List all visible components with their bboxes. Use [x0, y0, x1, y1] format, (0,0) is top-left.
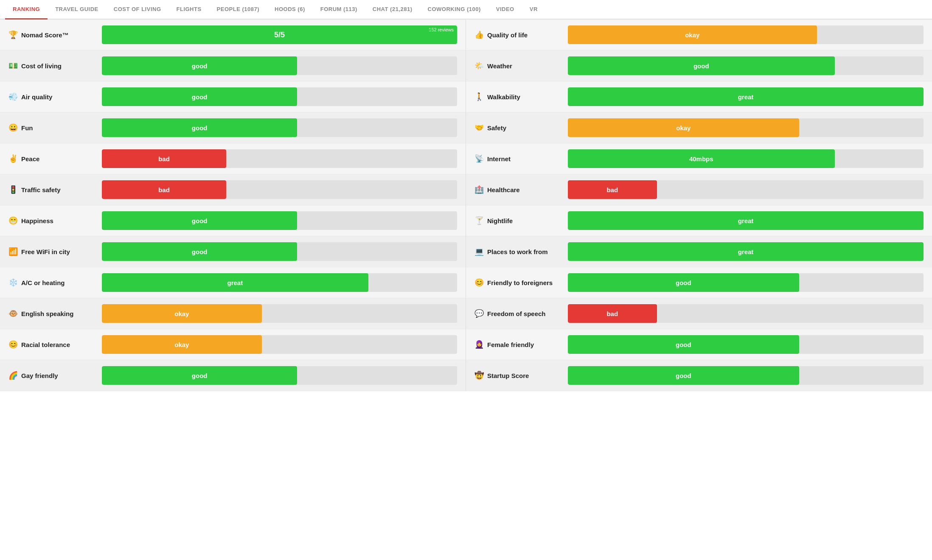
row-label-text: Walkability: [487, 93, 520, 101]
row-label: 📡Internet: [474, 154, 568, 163]
row-label-text: Female friendly: [487, 341, 534, 348]
ranking-row: 💨Air qualitygood: [0, 81, 466, 112]
row-emoji: 💬: [474, 309, 484, 318]
row-label-text: Places to work from: [487, 248, 548, 255]
bar-background: great: [568, 242, 924, 261]
bar-background: 40mbps: [568, 149, 924, 168]
nav-tab-flights[interactable]: FLIGHTS: [169, 0, 209, 20]
row-emoji: 💵: [8, 61, 18, 70]
row-label: 📶Free WiFi in city: [8, 247, 102, 256]
row-label-text: Racial tolerance: [21, 341, 70, 348]
row-label: 🧕Female friendly: [474, 340, 568, 349]
nav-tab-video[interactable]: VIDEO: [488, 0, 522, 20]
ranking-row: 😊Racial toleranceokay: [0, 329, 466, 360]
bar-fill: great: [102, 273, 368, 292]
ranking-row: ✌️Peacebad: [0, 143, 466, 174]
bar-fill: good: [568, 273, 799, 292]
row-label-text: Nomad Score™: [21, 31, 69, 39]
nav-tab-vr[interactable]: VR: [522, 0, 545, 20]
bar-background: good: [568, 273, 924, 292]
row-emoji: 😁: [8, 216, 18, 225]
row-label-text: Weather: [487, 62, 512, 70]
row-label-text: Cost of living: [21, 62, 62, 70]
ranking-row: 😊Friendly to foreignersgood: [466, 267, 932, 298]
row-label-text: Fun: [21, 124, 33, 132]
row-label-text: Gay friendly: [21, 372, 58, 379]
row-label: 💻Places to work from: [474, 247, 568, 256]
nav-tab-chat--21-281-[interactable]: CHAT (21,281): [365, 0, 420, 20]
bar-background: good: [102, 118, 457, 137]
nav-tab-cost-of-living[interactable]: COST OF LIVING: [106, 0, 169, 20]
bar-fill: good: [102, 87, 297, 106]
row-label: 🏆Nomad Score™: [8, 30, 102, 39]
row-label-text: Friendly to foreigners: [487, 279, 553, 286]
bar-fill: 5/5152 reviews: [102, 25, 457, 44]
bar-background: good: [102, 56, 457, 75]
row-label: 🍸Nightlife: [474, 216, 568, 225]
row-label-text: English speaking: [21, 310, 73, 317]
ranking-row: 🌈Gay friendlygood: [0, 360, 466, 391]
row-label-text: Peace: [21, 155, 39, 162]
row-label-text: Safety: [487, 124, 506, 132]
bar-fill: good: [102, 242, 297, 261]
row-emoji: 👍: [474, 30, 484, 39]
nav-tab-people--1087-[interactable]: PEOPLE (1087): [209, 0, 267, 20]
bar-fill: okay: [102, 335, 262, 354]
row-emoji: 💻: [474, 247, 484, 256]
ranking-row: 🤝Safetyokay: [466, 112, 932, 143]
nav-tab-forum--113-[interactable]: FORUM (113): [313, 0, 365, 20]
bar-background: 5/5152 reviews: [102, 25, 457, 44]
bar-fill: good: [102, 211, 297, 230]
row-emoji: 😊: [8, 340, 18, 349]
row-emoji: 📡: [474, 154, 484, 163]
ranking-row: 💻Places to work fromgreat: [466, 236, 932, 267]
row-label-text: Traffic safety: [21, 186, 61, 193]
row-emoji: 📶: [8, 247, 18, 256]
row-emoji: 🤠: [474, 371, 484, 380]
row-label: 😊Friendly to foreigners: [474, 278, 568, 287]
bar-fill: bad: [102, 180, 226, 199]
bar-background: okay: [568, 118, 924, 137]
nav-tabs: RANKINGTRAVEL GUIDECOST OF LIVINGFLIGHTS…: [0, 0, 932, 20]
ranking-row: 🚶Walkabilitygreat: [466, 81, 932, 112]
bar-fill: great: [568, 211, 924, 230]
ranking-row: 😀Fungood: [0, 112, 466, 143]
nav-tab-ranking[interactable]: RANKING: [5, 0, 48, 20]
nav-tab-coworking--100-[interactable]: COWORKING (100): [420, 0, 488, 20]
row-label: 🚶Walkability: [474, 92, 568, 101]
bar-background: okay: [102, 304, 457, 323]
bar-fill: good: [568, 56, 835, 75]
bar-background: okay: [102, 335, 457, 354]
bar-background: bad: [102, 149, 457, 168]
row-emoji: 💨: [8, 92, 18, 101]
row-emoji: 🧕: [474, 340, 484, 349]
bar-background: okay: [568, 25, 924, 44]
row-label-text: Happiness: [21, 217, 53, 224]
right-column: 👍Quality of lifeokay🌤️Weathergood🚶Walkab…: [466, 20, 932, 391]
row-emoji: ✌️: [8, 154, 18, 163]
ranking-row: 💬Freedom of speechbad: [466, 298, 932, 329]
nav-tab-hoods--6-[interactable]: HOODS (6): [267, 0, 313, 20]
row-emoji: 😀: [8, 123, 18, 132]
bar-fill: okay: [102, 304, 262, 323]
left-column: 🏆Nomad Score™5/5152 reviews💵Cost of livi…: [0, 20, 466, 391]
row-emoji: 🐵: [8, 309, 18, 318]
ranking-row: 🌤️Weathergood: [466, 50, 932, 81]
bar-background: good: [568, 335, 924, 354]
ranking-row: 🐵English speakingokay: [0, 298, 466, 329]
bar-background: great: [102, 273, 457, 292]
row-emoji: 🏆: [8, 30, 18, 39]
bar-background: bad: [568, 180, 924, 199]
row-emoji: 🌤️: [474, 61, 484, 70]
bar-fill: good: [102, 56, 297, 75]
row-label: 🐵English speaking: [8, 309, 102, 318]
bar-fill: okay: [568, 25, 817, 44]
ranking-row: 🤠Startup Scoregood: [466, 360, 932, 391]
nav-tab-travel-guide[interactable]: TRAVEL GUIDE: [48, 0, 106, 20]
bar-background: bad: [568, 304, 924, 323]
row-label-text: Freedom of speech: [487, 310, 546, 317]
nomad-reviews: 152 reviews: [429, 27, 454, 32]
row-label: ✌️Peace: [8, 154, 102, 163]
row-label: 🌤️Weather: [474, 61, 568, 70]
ranking-row: ❄️A/C or heatinggreat: [0, 267, 466, 298]
